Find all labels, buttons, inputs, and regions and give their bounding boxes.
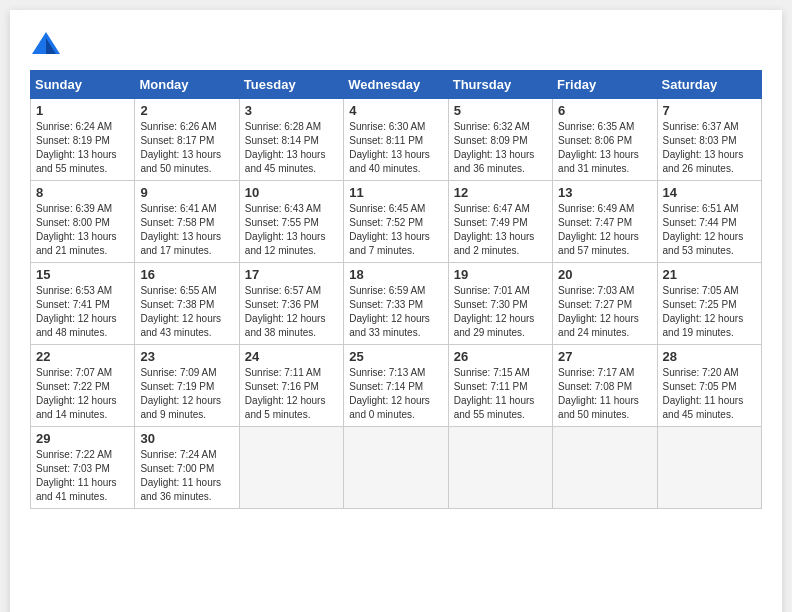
cell-text: Sunrise: 7:11 AM Sunset: 7:16 PM Dayligh…: [245, 366, 338, 422]
cell-text: Sunrise: 7:15 AM Sunset: 7:11 PM Dayligh…: [454, 366, 547, 422]
calendar-table: Sunday Monday Tuesday Wednesday Thursday…: [30, 70, 762, 509]
calendar-container: Sunday Monday Tuesday Wednesday Thursday…: [10, 10, 782, 612]
calendar-cell: [448, 427, 552, 509]
cell-text: Sunrise: 7:13 AM Sunset: 7:14 PM Dayligh…: [349, 366, 442, 422]
cell-text: Sunrise: 6:32 AM Sunset: 8:09 PM Dayligh…: [454, 120, 547, 176]
day-number: 11: [349, 185, 442, 200]
calendar-cell: 8Sunrise: 6:39 AM Sunset: 8:00 PM Daylig…: [31, 181, 135, 263]
calendar-cell: 3Sunrise: 6:28 AM Sunset: 8:14 PM Daylig…: [239, 99, 343, 181]
calendar-cell: 13Sunrise: 6:49 AM Sunset: 7:47 PM Dayli…: [553, 181, 657, 263]
calendar-week-4: 29Sunrise: 7:22 AM Sunset: 7:03 PM Dayli…: [31, 427, 762, 509]
day-number: 13: [558, 185, 651, 200]
day-number: 4: [349, 103, 442, 118]
day-number: 22: [36, 349, 129, 364]
day-number: 21: [663, 267, 756, 282]
cell-text: Sunrise: 6:30 AM Sunset: 8:11 PM Dayligh…: [349, 120, 442, 176]
calendar-cell: 7Sunrise: 6:37 AM Sunset: 8:03 PM Daylig…: [657, 99, 761, 181]
cell-text: Sunrise: 7:22 AM Sunset: 7:03 PM Dayligh…: [36, 448, 129, 504]
cell-text: Sunrise: 6:45 AM Sunset: 7:52 PM Dayligh…: [349, 202, 442, 258]
calendar-cell: 27Sunrise: 7:17 AM Sunset: 7:08 PM Dayli…: [553, 345, 657, 427]
logo-icon: [30, 30, 62, 58]
day-number: 27: [558, 349, 651, 364]
day-number: 30: [140, 431, 233, 446]
cell-text: Sunrise: 7:03 AM Sunset: 7:27 PM Dayligh…: [558, 284, 651, 340]
calendar-cell: 14Sunrise: 6:51 AM Sunset: 7:44 PM Dayli…: [657, 181, 761, 263]
cell-text: Sunrise: 7:05 AM Sunset: 7:25 PM Dayligh…: [663, 284, 756, 340]
day-number: 24: [245, 349, 338, 364]
day-number: 6: [558, 103, 651, 118]
calendar-cell: 12Sunrise: 6:47 AM Sunset: 7:49 PM Dayli…: [448, 181, 552, 263]
cell-text: Sunrise: 6:55 AM Sunset: 7:38 PM Dayligh…: [140, 284, 233, 340]
calendar-cell: 10Sunrise: 6:43 AM Sunset: 7:55 PM Dayli…: [239, 181, 343, 263]
day-number: 28: [663, 349, 756, 364]
calendar-cell: 26Sunrise: 7:15 AM Sunset: 7:11 PM Dayli…: [448, 345, 552, 427]
day-number: 9: [140, 185, 233, 200]
calendar-cell: 4Sunrise: 6:30 AM Sunset: 8:11 PM Daylig…: [344, 99, 448, 181]
day-number: 19: [454, 267, 547, 282]
calendar-cell: 5Sunrise: 6:32 AM Sunset: 8:09 PM Daylig…: [448, 99, 552, 181]
cell-text: Sunrise: 7:24 AM Sunset: 7:00 PM Dayligh…: [140, 448, 233, 504]
cell-text: Sunrise: 6:53 AM Sunset: 7:41 PM Dayligh…: [36, 284, 129, 340]
calendar-cell: [344, 427, 448, 509]
calendar-cell: 2Sunrise: 6:26 AM Sunset: 8:17 PM Daylig…: [135, 99, 239, 181]
calendar-cell: [553, 427, 657, 509]
day-number: 15: [36, 267, 129, 282]
cell-text: Sunrise: 6:26 AM Sunset: 8:17 PM Dayligh…: [140, 120, 233, 176]
calendar-cell: 22Sunrise: 7:07 AM Sunset: 7:22 PM Dayli…: [31, 345, 135, 427]
calendar-cell: 9Sunrise: 6:41 AM Sunset: 7:58 PM Daylig…: [135, 181, 239, 263]
col-friday: Friday: [553, 71, 657, 99]
day-number: 14: [663, 185, 756, 200]
header-area: [30, 30, 762, 58]
calendar-cell: 24Sunrise: 7:11 AM Sunset: 7:16 PM Dayli…: [239, 345, 343, 427]
cell-text: Sunrise: 6:28 AM Sunset: 8:14 PM Dayligh…: [245, 120, 338, 176]
calendar-cell: 30Sunrise: 7:24 AM Sunset: 7:00 PM Dayli…: [135, 427, 239, 509]
day-number: 2: [140, 103, 233, 118]
cell-text: Sunrise: 7:09 AM Sunset: 7:19 PM Dayligh…: [140, 366, 233, 422]
day-number: 8: [36, 185, 129, 200]
calendar-week-3: 22Sunrise: 7:07 AM Sunset: 7:22 PM Dayli…: [31, 345, 762, 427]
cell-text: Sunrise: 6:59 AM Sunset: 7:33 PM Dayligh…: [349, 284, 442, 340]
col-tuesday: Tuesday: [239, 71, 343, 99]
calendar-cell: 23Sunrise: 7:09 AM Sunset: 7:19 PM Dayli…: [135, 345, 239, 427]
calendar-cell: 11Sunrise: 6:45 AM Sunset: 7:52 PM Dayli…: [344, 181, 448, 263]
col-saturday: Saturday: [657, 71, 761, 99]
header-row: Sunday Monday Tuesday Wednesday Thursday…: [31, 71, 762, 99]
day-number: 5: [454, 103, 547, 118]
cell-text: Sunrise: 6:35 AM Sunset: 8:06 PM Dayligh…: [558, 120, 651, 176]
calendar-cell: 17Sunrise: 6:57 AM Sunset: 7:36 PM Dayli…: [239, 263, 343, 345]
cell-text: Sunrise: 6:39 AM Sunset: 8:00 PM Dayligh…: [36, 202, 129, 258]
day-number: 26: [454, 349, 547, 364]
day-number: 23: [140, 349, 233, 364]
cell-text: Sunrise: 6:24 AM Sunset: 8:19 PM Dayligh…: [36, 120, 129, 176]
calendar-week-2: 15Sunrise: 6:53 AM Sunset: 7:41 PM Dayli…: [31, 263, 762, 345]
calendar-cell: 25Sunrise: 7:13 AM Sunset: 7:14 PM Dayli…: [344, 345, 448, 427]
col-sunday: Sunday: [31, 71, 135, 99]
col-monday: Monday: [135, 71, 239, 99]
cell-text: Sunrise: 7:20 AM Sunset: 7:05 PM Dayligh…: [663, 366, 756, 422]
day-number: 12: [454, 185, 547, 200]
cell-text: Sunrise: 6:51 AM Sunset: 7:44 PM Dayligh…: [663, 202, 756, 258]
calendar-cell: 28Sunrise: 7:20 AM Sunset: 7:05 PM Dayli…: [657, 345, 761, 427]
day-number: 7: [663, 103, 756, 118]
day-number: 17: [245, 267, 338, 282]
calendar-cell: 15Sunrise: 6:53 AM Sunset: 7:41 PM Dayli…: [31, 263, 135, 345]
col-wednesday: Wednesday: [344, 71, 448, 99]
calendar-cell: 16Sunrise: 6:55 AM Sunset: 7:38 PM Dayli…: [135, 263, 239, 345]
calendar-cell: [239, 427, 343, 509]
cell-text: Sunrise: 6:49 AM Sunset: 7:47 PM Dayligh…: [558, 202, 651, 258]
cell-text: Sunrise: 7:17 AM Sunset: 7:08 PM Dayligh…: [558, 366, 651, 422]
calendar-week-0: 1Sunrise: 6:24 AM Sunset: 8:19 PM Daylig…: [31, 99, 762, 181]
cell-text: Sunrise: 7:07 AM Sunset: 7:22 PM Dayligh…: [36, 366, 129, 422]
calendar-cell: 21Sunrise: 7:05 AM Sunset: 7:25 PM Dayli…: [657, 263, 761, 345]
calendar-cell: [657, 427, 761, 509]
calendar-cell: 20Sunrise: 7:03 AM Sunset: 7:27 PM Dayli…: [553, 263, 657, 345]
cell-text: Sunrise: 7:01 AM Sunset: 7:30 PM Dayligh…: [454, 284, 547, 340]
day-number: 1: [36, 103, 129, 118]
calendar-cell: 6Sunrise: 6:35 AM Sunset: 8:06 PM Daylig…: [553, 99, 657, 181]
calendar-cell: 19Sunrise: 7:01 AM Sunset: 7:30 PM Dayli…: [448, 263, 552, 345]
cell-text: Sunrise: 6:43 AM Sunset: 7:55 PM Dayligh…: [245, 202, 338, 258]
day-number: 25: [349, 349, 442, 364]
day-number: 3: [245, 103, 338, 118]
day-number: 29: [36, 431, 129, 446]
day-number: 18: [349, 267, 442, 282]
